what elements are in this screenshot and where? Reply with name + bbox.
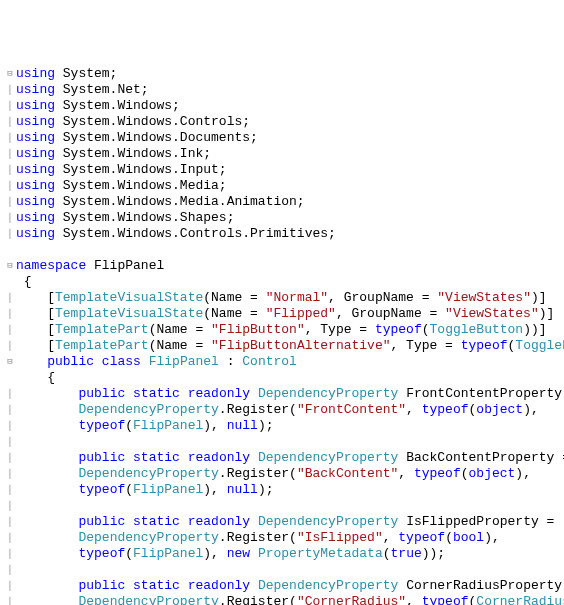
outline-gutter: │ [4,386,16,402]
keyword: static [133,578,180,593]
outline-gutter: │ [4,482,16,498]
string-literal: "FrontContent" [297,402,406,417]
using-namespace: System.Windows.Input; [55,162,227,177]
outline-gutter: │ [4,322,16,338]
code-line: │ public static readonly DependencyPrope… [4,514,560,530]
keyword: static [133,514,180,529]
keyword-using: using [16,226,55,241]
attribute-group: "ViewStates" [445,306,539,321]
keyword: public [78,450,125,465]
keyword: readonly [188,578,250,593]
outline-gutter: │ [4,450,16,466]
outline-gutter: │ [4,418,16,434]
using-namespace: System.Windows.Controls; [55,114,250,129]
keyword-using: using [16,82,55,97]
namespace-name: FlipPanel [86,258,164,273]
type-arg: object [469,466,516,481]
code-line: { [4,274,560,290]
code-line: ⊟namespace FlipPanel [4,258,560,274]
type-name: PropertyMetadata [258,546,383,561]
type-name: ToggleButton [515,338,564,353]
keyword: static [133,386,180,401]
outline-gutter: │ [4,594,16,605]
keyword-typeof: typeof [398,530,445,545]
code-line: ⊟ public class FlipPanel : Control [4,354,560,370]
keyword-using: using [16,210,55,225]
code-line: │ DependencyProperty.Register("BackConte… [4,466,560,482]
outline-gutter: │ [4,290,16,306]
keyword-typeof: typeof [78,546,125,561]
keyword: readonly [188,386,250,401]
code-line: │ DependencyProperty.Register("FrontCont… [4,402,560,418]
code-line: │ [TemplateVisualState(Name = "Normal", … [4,290,560,306]
type-name: DependencyProperty [78,466,218,481]
outline-gutter: │ [4,530,16,546]
code-line: │ DependencyProperty.Register("CornerRad… [4,594,560,605]
keyword: readonly [188,514,250,529]
outline-gutter: ⊟ [4,354,16,370]
outline-gutter: │ [4,98,16,114]
field-name: BackContentProperty = [398,450,564,465]
class-name: FlipPanel [149,354,219,369]
code-line: │using System.Windows.Documents; [4,130,560,146]
type-name: ToggleButton [430,322,524,337]
using-namespace: System.Windows.Controls.Primitives; [55,226,336,241]
keyword-typeof: typeof [78,482,125,497]
using-namespace: System.Windows.Shapes; [55,210,234,225]
keyword: static [133,450,180,465]
code-line: │ public static readonly DependencyPrope… [4,578,560,594]
code-line: │ typeof(FlipPanel), null); [4,418,560,434]
outline-gutter: │ [4,514,16,530]
keyword-typeof: typeof [414,466,461,481]
code-line: │ [TemplatePart(Name = "FlipButtonAltern… [4,338,560,354]
using-namespace: System.Windows; [55,98,180,113]
outline-gutter: ⊟ [4,66,16,82]
outline-gutter: │ [4,82,16,98]
type-arg: CornerRadius [476,594,564,605]
outline-gutter: │ [4,578,16,594]
keyword-using: using [16,146,55,161]
keyword: true [391,546,422,561]
type-arg: FlipPanel [133,418,203,433]
keyword-typeof: typeof [461,338,508,353]
outline-gutter: │ [4,498,16,514]
code-line: │using System.Windows.Media; [4,178,560,194]
using-namespace: System.Net; [55,82,149,97]
outline-gutter: │ [4,146,16,162]
outline-gutter: │ [4,466,16,482]
outline-gutter: │ [4,434,16,450]
outline-gutter: │ [4,562,16,578]
type-name: DependencyProperty [78,402,218,417]
type-name: DependencyProperty [78,530,218,545]
outline-gutter: │ [4,210,16,226]
keyword-using: using [16,162,55,177]
code-line: │ public static readonly DependencyPrope… [4,386,560,402]
string-literal: "IsFlipped" [297,530,383,545]
outline-gutter: ⊟ [4,258,16,274]
type-arg: object [476,402,523,417]
keyword: new [227,546,250,561]
code-line: │ public static readonly DependencyPrope… [4,450,560,466]
code-line: │using System.Windows.Controls; [4,114,560,130]
type-name: DependencyProperty [258,386,398,401]
type-name: DependencyProperty [258,450,398,465]
code-line: │using System.Net; [4,82,560,98]
outline-gutter: │ [4,194,16,210]
code-line: │ [4,498,560,514]
keyword-using: using [16,130,55,145]
outline-gutter: │ [4,178,16,194]
type-arg: FlipPanel [133,482,203,497]
code-line: │ [4,434,560,450]
base-type: Control [242,354,297,369]
code-line: │ [TemplatePart(Name = "FlipButton", Typ… [4,322,560,338]
attribute-name: "Flipped" [266,306,336,321]
field-name: IsFlippedProperty = [398,514,554,529]
using-namespace: System.Windows.Media.Animation; [55,194,305,209]
using-namespace: System.Windows.Media; [55,178,227,193]
code-line: ⊟using System; [4,66,560,82]
using-namespace: System; [55,66,117,81]
keyword-using: using [16,114,55,129]
attribute-name: "Normal" [266,290,328,305]
keyword-typeof: typeof [422,402,469,417]
code-line: │ [4,562,560,578]
